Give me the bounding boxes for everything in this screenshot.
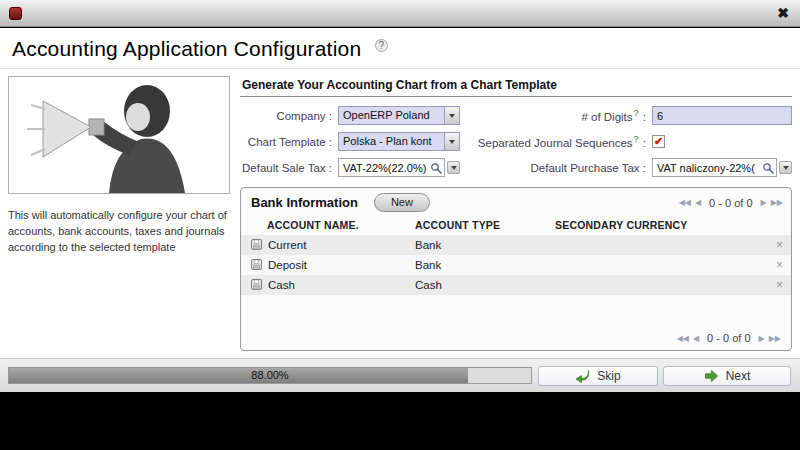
purchase-tax-label: Default Purchase Tax : [466,162,646,174]
first-page-icon[interactable]: ◀◀ [679,198,691,207]
save-icon [251,239,262,252]
wizard-window: ✖ Accounting Application Configuration ? [0,0,800,450]
search-icon[interactable] [430,162,442,174]
last-page-icon[interactable]: ▶▶ [771,198,783,207]
secondary-currency-cell [549,275,767,295]
first-page-icon[interactable]: ◀◀ [677,334,689,343]
company-select[interactable]: OpenERP Poland [338,106,460,125]
last-page-icon[interactable]: ▶▶ [769,334,781,343]
table-row[interactable]: CurrentBank× [241,235,791,255]
skip-button[interactable]: Skip [538,366,658,386]
dialog-body: Accounting Application Configuration ? [0,28,800,358]
account-type-cell: Bank [409,255,549,275]
search-icon[interactable] [762,162,774,174]
account-type-cell: Bank [409,235,549,255]
secondary-currency-cell [549,235,767,255]
app-icon [9,7,22,20]
wizard-description: This will automatically configure your c… [8,208,230,256]
checkmark-icon: ✔ [654,136,663,147]
bank-information-panel: Bank Information New ◀◀ ◀ 0 - 0 of 0 ▶ ▶… [240,187,792,351]
digits-input[interactable]: 6 [652,106,792,125]
next-page-icon[interactable]: ▶ [761,198,767,207]
table-row[interactable]: DepositBank× [241,255,791,275]
company-value: OpenERP Poland [339,107,444,124]
journal-help-icon: ? [634,134,639,144]
sale-tax-value: VAT-22%(22.0%) [343,162,430,174]
account-type-cell: Cash [409,275,549,295]
account-name-cell: Cash [268,279,295,291]
column-header-secondary-currency: SECONDARY CURRENCY [549,216,767,235]
chart-template-value: Polska - Plan kont [339,133,444,150]
delete-row-icon[interactable]: × [776,258,785,272]
next-button[interactable]: Next [663,366,791,386]
delete-row-icon[interactable]: × [776,238,785,252]
purchase-tax-value: VAT naliczony-22%( [657,162,762,174]
bank-accounts-table: ACCOUNT NAME. ACCOUNT TYPE SECONDARY CUR… [241,216,791,295]
next-button-label: Next [726,369,751,383]
column-header-account-type: ACCOUNT TYPE [409,216,549,235]
dialog-header: Accounting Application Configuration ? [0,28,800,69]
sale-tax-label: Default Sale Tax : [240,162,332,174]
save-icon [251,279,262,292]
chevron-down-icon[interactable] [447,161,460,174]
skip-button-label: Skip [597,369,620,383]
pager-count: 0 - 0 of 0 [709,197,752,209]
table-row[interactable]: CashCash× [241,275,791,295]
journal-sequences-label: Separated Journal Sequences? : [466,134,646,149]
company-label: Company : [240,110,332,122]
chevron-down-icon[interactable] [779,161,792,174]
chart-template-select[interactable]: Polska - Plan kont [338,132,460,151]
delete-row-icon[interactable]: × [776,278,785,292]
chart-template-label: Chart Template : [240,136,332,148]
section-title: Generate Your Accounting Chart from a Ch… [240,76,792,97]
bank-table-body: CurrentBank×DepositBank×CashCash× [241,235,791,295]
pager-bottom: ◀◀ ◀ 0 - 0 of 0 ▶ ▶▶ [677,332,781,344]
skip-arrow-icon [575,369,590,383]
secondary-currency-cell [549,255,767,275]
account-name-cell: Deposit [268,259,307,271]
column-header-account-name: ACCOUNT NAME. [241,216,409,235]
sale-tax-field[interactable]: VAT-22%(22.0%) [338,158,460,177]
next-arrow-icon [704,369,719,383]
save-icon [251,259,262,272]
progress-bar: 88.00% [8,367,532,384]
prev-page-icon[interactable]: ◀ [693,334,699,343]
new-button[interactable]: New [374,193,430,212]
progress-label: 88.00% [9,368,531,383]
bank-information-title: Bank Information [251,195,358,210]
close-icon[interactable]: ✖ [777,5,789,21]
purchase-tax-field[interactable]: VAT naliczony-22%( [652,158,792,177]
prev-page-icon[interactable]: ◀ [695,198,701,207]
wizard-footer: 88.00% Skip Next [0,358,800,392]
next-page-icon[interactable]: ▶ [759,334,765,343]
chevron-down-icon[interactable] [444,107,459,124]
pager-count: 0 - 0 of 0 [707,332,750,344]
window-titlebar: ✖ [0,0,800,27]
chevron-down-icon[interactable] [444,133,459,150]
digits-help-icon: ? [634,108,639,118]
page-title: Accounting Application Configuration [12,37,361,60]
digits-value: 6 [657,110,663,122]
help-badge-icon: ? [375,39,388,52]
account-name-cell: Current [268,239,306,251]
journal-sequences-checkbox[interactable]: ✔ [652,135,665,148]
announcement-image [8,76,230,194]
digits-label: # of Digits? : [466,108,646,123]
config-form: Company : OpenERP Poland # of Digits? : … [240,106,792,177]
pager-top: ◀◀ ◀ 0 - 0 of 0 ▶ ▶▶ [679,197,783,209]
